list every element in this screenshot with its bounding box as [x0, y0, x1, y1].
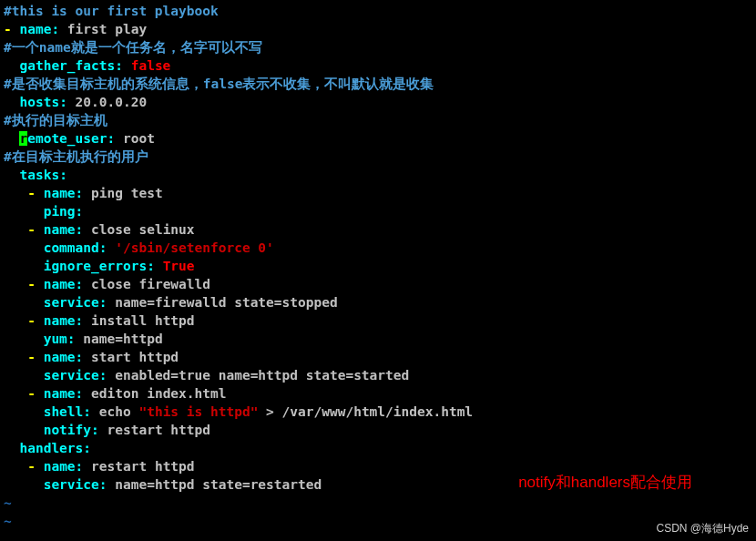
remote-user-line: remote_user: root: [4, 129, 752, 148]
task-install-name: - name: install httpd: [4, 311, 752, 330]
task-install-yum: yum: name=httpd: [4, 330, 752, 348]
annotation-text: notify和handlers配合使用: [518, 474, 692, 492]
task-selinux-name: - name: close selinux: [4, 220, 752, 239]
task-firewalld-service: service: name=firewalld state=stopped: [4, 293, 752, 311]
task-start-name: - name: start httpd: [4, 348, 752, 366]
watermark-text: CSDN @海德Hyde: [656, 519, 749, 537]
handler-name: - name: restart httpd: [4, 457, 752, 475]
gather-facts: gather_facts: false: [4, 56, 752, 75]
comment-line: #this is our first playbook: [4, 2, 752, 20]
comment-line: #执行的目标主机: [4, 111, 752, 129]
handlers-line: handlers:: [4, 439, 752, 457]
empty-line-tilde: ~: [4, 494, 752, 512]
task-notify: notify: restart httpd: [4, 421, 752, 439]
cursor: r: [19, 131, 27, 146]
playbook-name: - name: first play: [4, 20, 752, 38]
task-firewalld-name: - name: close firewalld: [4, 275, 752, 293]
comment-line: #是否收集目标主机的系统信息，false表示不收集，不叫默认就是收集: [4, 75, 752, 93]
terminal-editor[interactable]: #this is our first playbook - name: firs…: [4, 2, 752, 530]
task-edit-name: - name: editon index.html: [4, 384, 752, 403]
task-selinux-command: command: '/sbin/setenforce 0': [4, 239, 752, 257]
empty-line-tilde: ~: [4, 512, 752, 530]
task-start-service: service: enabled=true name=httpd state=s…: [4, 366, 752, 384]
task-selinux-ignore: ignore_errors: True: [4, 257, 752, 275]
task-ping-name: - name: ping test: [4, 184, 752, 202]
task-ping-module: ping:: [4, 202, 752, 220]
tasks-line: tasks:: [4, 166, 752, 184]
hosts-line: hosts: 20.0.0.20: [4, 93, 752, 111]
task-edit-shell: shell: echo "this is httpd" > /var/www/h…: [4, 403, 752, 421]
comment-line: #一个name就是一个任务名，名字可以不写: [4, 38, 752, 56]
comment-line: #在目标主机执行的用户: [4, 148, 752, 166]
